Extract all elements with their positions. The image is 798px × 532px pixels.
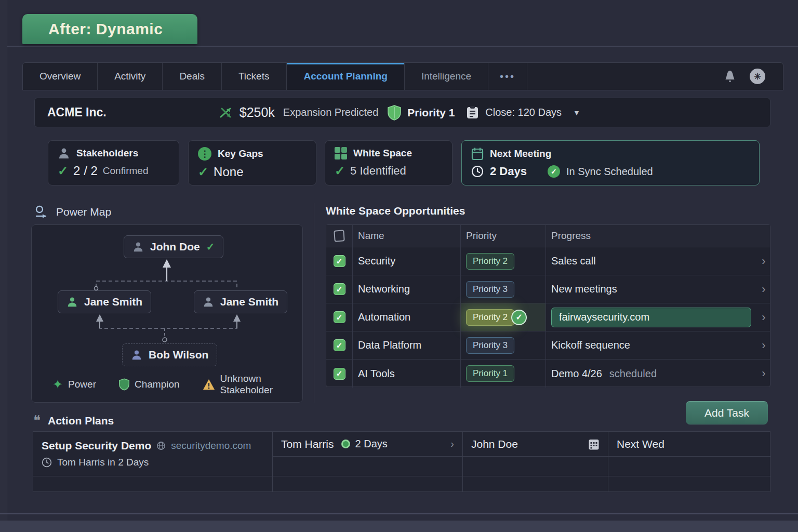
task-link[interactable]: securitydemo.com bbox=[171, 440, 251, 451]
close-days-label: Close: 120 Days bbox=[485, 107, 562, 118]
stakeholders-value: 2 / 2 bbox=[73, 164, 98, 178]
key-gaps-title: Key Gaps bbox=[218, 148, 263, 159]
empty-cell bbox=[463, 457, 608, 476]
column-divider bbox=[314, 203, 314, 403]
tab-account-planning[interactable]: Account Planning bbox=[286, 63, 405, 90]
white-space-title: White Space bbox=[353, 148, 412, 159]
progress-field-highlighted[interactable]: fairwaysecurity.com bbox=[551, 308, 751, 327]
globe-icon bbox=[156, 441, 166, 450]
power-map-canvas: John Doe ✓ Jane Smith Jane Smith Bob Wil… bbox=[31, 224, 303, 403]
calendar-picker-icon[interactable] bbox=[588, 438, 600, 450]
key-gaps-icon: ⋮ bbox=[198, 147, 211, 161]
quote-icon: ❝ bbox=[33, 413, 41, 429]
check-icon: ✓ bbox=[58, 164, 68, 178]
action-plan-owner-cell[interactable]: Tom Harris 2 Days › bbox=[273, 432, 463, 457]
expansion-predicted-label: Expansion Predicted bbox=[283, 107, 378, 118]
add-task-button[interactable]: Add Task bbox=[686, 401, 768, 424]
next-meeting-card: Next Meeting 2 Days ✓ In Sync Scheduled bbox=[461, 140, 760, 185]
table-row-automation[interactable]: ✓ Automation Priority 2✓ fairwaysecurity… bbox=[326, 303, 770, 331]
after-dynamic-label: After: Dynamic bbox=[48, 20, 163, 38]
next-meeting-status: In Sync Scheduled bbox=[566, 166, 653, 178]
next-meeting-days: 2 Days bbox=[490, 165, 527, 178]
empty-cell bbox=[608, 457, 771, 476]
notifications-bell-icon[interactable] bbox=[724, 70, 736, 83]
action-plans-table: Setup Security Demo securitydemo.com Tom… bbox=[33, 431, 770, 492]
check-icon: ✓ bbox=[198, 165, 208, 179]
priority-badge: Priority 3 bbox=[466, 281, 514, 298]
clock-icon bbox=[471, 165, 484, 178]
empty-cell bbox=[608, 476, 771, 491]
table-row-networking[interactable]: ✓ Networking Priority 3 New meetings › bbox=[326, 275, 770, 303]
priority-badge: Priority 2 bbox=[466, 253, 514, 270]
org-node-john-doe[interactable]: John Doe ✓ bbox=[124, 235, 223, 258]
row-chevron-icon[interactable]: › bbox=[756, 331, 771, 359]
power-map-legend: ✦ Power Champion Unknown Stakeholder bbox=[52, 373, 302, 396]
table-row-security[interactable]: ✓ Security Priority 2 Sales call › bbox=[326, 247, 770, 275]
account-name: ACME Inc. bbox=[47, 105, 107, 119]
person-icon bbox=[203, 296, 214, 308]
row-chevron-icon[interactable]: › bbox=[756, 247, 771, 275]
priority-shield-icon bbox=[388, 105, 401, 121]
tab-activity[interactable]: Activity bbox=[98, 63, 163, 90]
tab-tickets[interactable]: Tickets bbox=[222, 63, 286, 90]
stakeholders-card: Stakeholders ✓ 2 / 2 Confirmed bbox=[48, 140, 179, 185]
org-node-jane-smith-right[interactable]: Jane Smith bbox=[194, 290, 287, 313]
left-edge-strip bbox=[0, 0, 7, 532]
tab-deals[interactable]: Deals bbox=[163, 63, 222, 90]
owner-chevron-icon[interactable]: › bbox=[450, 438, 454, 450]
action-plan-task-cell[interactable]: Setup Security Demo securitydemo.com Tom… bbox=[33, 432, 273, 476]
action-plan-assignee-cell[interactable]: John Doe bbox=[463, 432, 608, 457]
white-space-value: 5 Identified bbox=[350, 164, 406, 178]
row-checkbox[interactable]: ✓ bbox=[334, 368, 345, 380]
white-space-grid-icon bbox=[335, 147, 347, 159]
empty-cell bbox=[273, 476, 463, 491]
col-progress: Progress bbox=[546, 225, 756, 247]
row-checkbox[interactable]: ✓ bbox=[334, 255, 345, 267]
opportunities-title: White Space Opportunities bbox=[326, 205, 465, 217]
table-row-ai-tools[interactable]: ✓ AI Tools Priority 1 Demo 4/26scheduled… bbox=[326, 360, 770, 388]
power-map-title: Power Map bbox=[56, 206, 111, 218]
org-node-jane-smith-left[interactable]: Jane Smith bbox=[58, 290, 151, 313]
tab-overview[interactable]: Overview bbox=[23, 63, 98, 90]
tab-bar: Overview Activity Deals Tickets Account … bbox=[22, 62, 783, 90]
assignee-name: John Doe bbox=[471, 438, 518, 450]
col-name: Name bbox=[353, 225, 461, 247]
legend-power: ✦ Power bbox=[52, 377, 96, 392]
expansion-trend-icon bbox=[219, 105, 233, 120]
row-checkbox[interactable]: ✓ bbox=[334, 339, 345, 351]
table-row-data-platform[interactable]: ✓ Data Platform Priority 3 Kickoff seque… bbox=[326, 331, 770, 360]
top-divider bbox=[7, 46, 798, 47]
close-dropdown-caret-icon[interactable]: ▼ bbox=[573, 109, 580, 117]
clock-icon bbox=[42, 457, 52, 468]
priority-badge: Priority 3 bbox=[466, 337, 514, 354]
in-sync-check-icon: ✓ bbox=[548, 165, 560, 178]
white-space-card: White Space ✓ 5 Identified bbox=[325, 140, 453, 185]
verified-check-icon: ✓ bbox=[511, 310, 527, 325]
row-chevron-icon[interactable]: › bbox=[756, 303, 771, 331]
select-all-checkbox[interactable] bbox=[334, 230, 344, 242]
due-date: Next Wed bbox=[617, 438, 664, 450]
confirmed-check-icon: ✓ bbox=[206, 241, 215, 253]
action-plan-due-cell[interactable]: Next Wed bbox=[608, 432, 771, 457]
person-icon bbox=[66, 296, 78, 308]
legend-unknown-stakeholder: Unknown Stakeholder bbox=[203, 373, 302, 396]
row-chevron-icon[interactable]: › bbox=[756, 275, 771, 303]
account-planning-app: After: Dynamic Overview Activity Deals T… bbox=[0, 0, 798, 532]
row-checkbox[interactable]: ✓ bbox=[334, 283, 345, 295]
row-checkbox[interactable]: ✓ bbox=[334, 311, 345, 323]
table-header-row: Name Priority Progress bbox=[326, 225, 770, 247]
row-chevron-icon[interactable]: › bbox=[756, 360, 771, 388]
action-plans-header: ❝ Action Plans bbox=[33, 413, 114, 429]
stakeholders-title: Stakeholders bbox=[76, 148, 138, 159]
after-dynamic-badge: After: Dynamic bbox=[22, 14, 197, 44]
user-avatar-asterisk-icon[interactable]: ✳ bbox=[750, 69, 765, 84]
more-tabs-button[interactable]: ••• bbox=[488, 63, 527, 90]
org-node-bob-wilson[interactable]: Bob Wilson bbox=[122, 343, 217, 366]
priority-badge-highlighted: Priority 2 bbox=[466, 309, 514, 326]
owner-name: Tom Harris bbox=[281, 438, 334, 450]
col-priority: Priority bbox=[461, 225, 546, 247]
deal-amount: $250k bbox=[240, 105, 275, 120]
priority-label: Priority 1 bbox=[407, 107, 455, 119]
tab-intelligence[interactable]: Intelligence bbox=[405, 63, 488, 90]
empty-cell bbox=[463, 476, 608, 491]
